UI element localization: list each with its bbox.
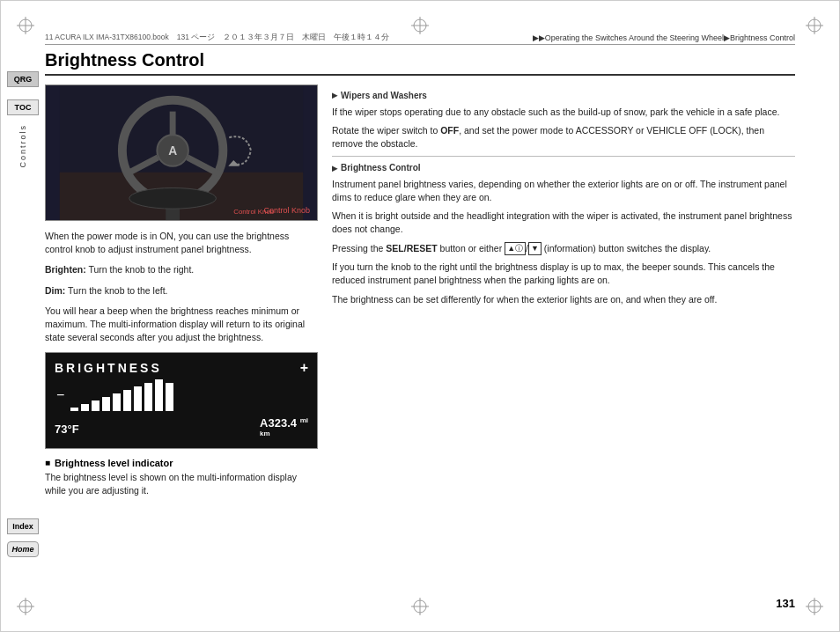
brightness-text1: Instrument panel brightness varies, depe… (332, 178, 795, 204)
indicator-text: The brightness level is shown on the mul… (45, 471, 318, 497)
header-bar: 11 ACURA ILX IMA-31TX86100.book 131 ページ … (45, 33, 795, 45)
sel-reset-label: SEL/RESET (386, 243, 437, 254)
page-number: 131 (776, 597, 795, 610)
title-row: Brightness Control (45, 50, 795, 76)
brightness-label: BRIGHTNESS (55, 361, 162, 375)
wipers-section-title: Wipers and Washers (341, 90, 427, 103)
sidebar-controls: TOC Controls (7, 99, 39, 168)
reg-mark-tl (17, 17, 34, 34)
brightness-odometer: A323.4 mikm (260, 416, 308, 444)
brightness-text2: When it is bright outside and the headli… (332, 209, 795, 236)
intro-text: When the power mode is in ON, you can us… (45, 230, 318, 256)
svg-point-28 (129, 187, 217, 209)
brighten-text: Brighten: Turn the knob to the right. (45, 263, 318, 276)
indicator-heading-text: Brightness level indicator (55, 458, 173, 468)
brightness-bar-3 (102, 397, 110, 411)
sidebar-btn-qrg[interactable]: QRG (7, 71, 39, 87)
brightness-temp: 73°F (55, 423, 79, 436)
page-title: Brightness Control (45, 50, 795, 70)
breadcrumb: ▶▶Operating the Switches Around the Stee… (533, 33, 795, 42)
brightness-bottom: 73°F A323.4 mikm (55, 416, 308, 444)
dim-text: Dim: Turn the knob to the left. (45, 284, 318, 298)
brightness-minus: − (56, 387, 64, 403)
wipers-section-header: Wipers and Washers (332, 90, 795, 103)
reg-mark-tr (806, 17, 823, 34)
brighten-body: Turn the knob to the right. (88, 264, 194, 275)
brighten-label: Brighten: (45, 264, 86, 275)
dim-body: Turn the knob to the left. (68, 285, 167, 296)
brightness-section-header: Brightness Control (332, 162, 795, 175)
info-btn-down: ▼ (528, 242, 542, 255)
reg-mark-bc (411, 598, 429, 615)
brightness-bar-8 (155, 379, 163, 411)
intro-body: When the power mode is in ON, you can us… (45, 231, 289, 254)
sidebar-controls-label: Controls (18, 124, 27, 168)
brightness-text5: The brightness can be set differently fo… (332, 293, 795, 306)
reg-mark-bl (17, 598, 34, 615)
sidebar-btn-toc[interactable]: TOC (7, 99, 39, 115)
brightness-bar-7 (144, 383, 152, 411)
wipers-text1: If the wiper stops operating due to any … (332, 106, 795, 119)
sidebar: QRG TOC Controls Index Home (1, 54, 45, 578)
brightness-section-title: Brightness Control (341, 162, 421, 175)
reg-mark-tc (411, 17, 429, 34)
body-text: You will hear a beep when the brightness… (45, 305, 318, 345)
col-right: Wipers and Washers If the wiper stops op… (332, 85, 795, 583)
indicator-heading: Brightness level indicator (45, 458, 318, 468)
brightness-plus: + (300, 360, 308, 376)
brightness-bar-5 (123, 390, 131, 411)
brightness-bar-1 (81, 404, 89, 411)
brightness-bars: − (55, 379, 308, 411)
main-content: Brightness Control (45, 50, 795, 587)
brightness-display: BRIGHTNESS + − 73°F A323.4 mikm (45, 352, 318, 449)
svg-text:A: A (168, 143, 177, 158)
content-cols: A Control Knob Control Knob (45, 85, 795, 583)
brightness-bar-0 (70, 408, 78, 411)
brightness-bar-2 (92, 401, 99, 411)
steering-wheel-image: A Control Knob Control Knob (45, 85, 318, 221)
sidebar-btn-index[interactable]: Index (7, 518, 39, 534)
col-left: A Control Knob Control Knob (45, 85, 318, 583)
brightness-bar-6 (134, 386, 142, 411)
brightness-odo-value: A323.4 (260, 416, 297, 430)
reg-mark-br (806, 598, 823, 615)
page: 11 ACURA ILX IMA-31TX86100.book 131 ページ … (0, 0, 840, 632)
brightness-label-row: BRIGHTNESS + (55, 360, 308, 376)
control-knob-label: Control Knob (263, 206, 310, 215)
info-btn-up: ▲ⓘ (505, 242, 526, 255)
brightness-text4: If you turn the knob to the right until … (332, 261, 795, 287)
right-divider (332, 156, 795, 157)
brightness-bar-9 (166, 383, 173, 411)
dim-label: Dim: (45, 285, 65, 296)
wipers-text2: Rotate the wiper switch to OFF, and set … (332, 124, 795, 151)
brightness-bar-4 (113, 393, 121, 411)
brightness-text3: Pressing the SEL/RESET button or either … (332, 242, 795, 256)
file-info: 11 ACURA ILX IMA-31TX86100.book 131 ページ … (45, 33, 389, 43)
sidebar-btn-home[interactable]: Home (7, 541, 39, 557)
